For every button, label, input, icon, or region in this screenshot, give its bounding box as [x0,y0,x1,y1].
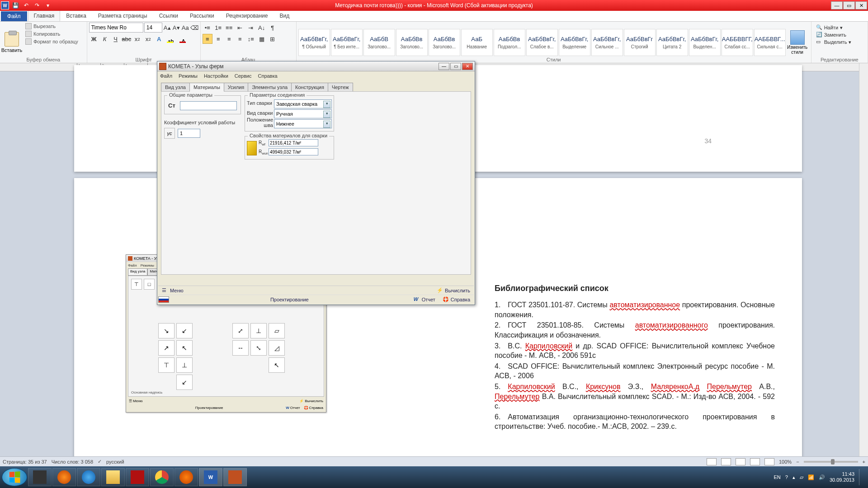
subscript-button[interactable]: x2 [132,34,142,44]
menu-button-small[interactable]: ☰ Меню [127,399,145,403]
indent-increase-button[interactable]: ⇥ [246,23,256,33]
show-marks-button[interactable]: ¶ [268,23,278,33]
document-content[interactable]: Библиографический список 1. ГОСТ 23501.1… [495,283,775,432]
change-styles-button[interactable]: Изменить стили [786,30,809,55]
qat-save-icon[interactable]: 💾 [11,1,20,9]
taskbar-ie[interactable] [77,468,100,486]
node-icon[interactable]: ↙ [176,375,193,390]
taskbar-media-player[interactable] [52,468,76,486]
format-painter-button[interactable]: Формат по образцу [24,38,80,45]
sort-button[interactable]: A↓ [257,23,267,33]
style-item[interactable]: АаБбВвЗаголово... [396,29,428,56]
style-item[interactable]: АаБбВвГг,¶ Без инте... [331,29,363,56]
status-words[interactable]: Число слов: 3 058 [52,459,93,465]
style-item[interactable]: АаБбВЗаголово... [363,29,395,56]
node-icon[interactable]: ⊥ [176,357,193,373]
bold-button[interactable]: Ж [89,34,99,44]
menu-settings[interactable]: Настройки [204,73,228,79]
node-type-button[interactable]: ⊤ [131,279,142,290]
qat-customize-icon[interactable]: ▾ [43,1,52,9]
tab-home[interactable]: Главная [28,10,61,21]
taskbar-adobe[interactable] [126,468,149,486]
zoom-slider[interactable] [804,461,858,463]
start-button[interactable] [2,468,27,486]
font-name-combo[interactable]: Times New Ro [89,23,143,33]
italic-button[interactable]: К [100,34,110,44]
tab-construction[interactable]: Конструкция [291,83,328,92]
menu-modes[interactable]: Режимы [179,73,198,79]
r-wf-field[interactable]: 21916,412 Т/м² [269,139,318,146]
minimize-button[interactable]: — [831,1,843,9]
text-effects-button[interactable]: A [154,34,164,44]
vertical-scrollbar[interactable] [859,63,868,472]
steel-field[interactable] [180,101,237,110]
underline-button[interactable]: Ч [111,34,121,44]
tab-mailings[interactable]: Рассылки [184,10,220,21]
maximize-button[interactable]: ▭ [843,1,855,9]
indent-decrease-button[interactable]: ⇤ [235,23,245,33]
kometa-minimize[interactable]: — [439,63,449,70]
help-button[interactable]: 🛟Справка [439,296,474,303]
shading-button[interactable]: ▦ [257,34,267,44]
tab-references[interactable]: Ссылки [153,10,184,21]
status-language[interactable]: русский [106,459,124,465]
tab-drawing[interactable]: Чертеж [328,83,353,92]
weld-kind-combo[interactable]: Ручная [274,109,332,118]
kometa-maximize[interactable]: ▭ [450,63,461,70]
weld-type-combo[interactable]: Заводская сварка [274,99,332,108]
clock[interactable]: 11:43 30.09.2013 [830,471,854,483]
calc-button-small[interactable]: ⚡ Вычислить [297,399,325,403]
action-center-icon[interactable]: ▱ [800,474,803,480]
proofing-icon[interactable]: ✓ [98,459,102,465]
taskbar-app-1[interactable] [28,468,52,486]
view-draft[interactable] [764,458,774,465]
tab-node-view[interactable]: Вид узла [161,83,190,92]
node-icon[interactable]: ↗ [158,340,175,356]
tab-view[interactable]: Вид [274,10,295,21]
r-wun-field[interactable]: 49949,032 Т/м² [269,148,318,155]
view-fullscreen[interactable] [721,458,731,465]
select-button[interactable]: ▭Выделить ▾ [816,39,863,45]
style-item[interactable]: АаБбВвГг,Выделение [559,29,590,56]
view-outline[interactable] [750,458,760,465]
style-item[interactable]: ААББВВГ...Сильная с... [754,29,786,56]
kometa-titlebar[interactable]: КОМЕТА - Узлы ферм — ▭ ✕ [157,61,475,71]
line-spacing-button[interactable]: ↕≡ [246,34,256,44]
menu-button[interactable]: ☰Меню [158,287,187,294]
tab-elements[interactable]: Элементы узла [248,83,292,92]
style-item[interactable]: АаБбВвГг,Цитата 2 [656,29,688,56]
taskbar-firefox[interactable] [175,468,198,486]
change-case-button[interactable]: Aa [181,23,189,33]
highlight-button[interactable]: ab [165,34,177,44]
align-justify-button[interactable]: ≡ [235,34,245,44]
shrink-font-button[interactable]: A▾ [172,23,180,33]
zoom-out[interactable]: − [796,459,799,465]
find-button[interactable]: 🔍Найти ▾ [816,24,863,31]
tab-insert[interactable]: Вставка [60,10,92,21]
volume-icon[interactable]: 🔊 [819,474,825,480]
tab-forces[interactable]: Усилия [224,83,248,92]
taskbar-word[interactable]: W [199,468,222,486]
zoom-value[interactable]: 100% [779,459,792,465]
network-icon[interactable]: 📶 [808,474,814,480]
report-button-small[interactable]: W Отчет [284,406,302,410]
menu-file[interactable]: Файл [160,73,172,79]
cut-button[interactable]: Вырезать [24,23,80,30]
node-icon[interactable]: ⊥ [250,323,267,338]
kometa-close[interactable]: ✕ [462,63,473,70]
close-button[interactable]: ✕ [855,1,867,9]
node-icon[interactable]: -- [232,340,249,356]
qat-redo-icon[interactable]: ↷ [33,1,42,9]
borders-button[interactable]: ⊞ [268,34,278,44]
styles-gallery[interactable]: АаБбВвГг,¶ ОбычныйАаБбВвГг,¶ Без инте...… [298,29,786,56]
style-item[interactable]: АаБбВвГг,Выделен... [689,29,721,56]
superscript-button[interactable]: x2 [143,34,153,44]
copy-button[interactable]: Копировать [24,30,80,38]
zoom-in[interactable]: + [863,459,865,465]
node-icon[interactable]: ▱ [269,323,285,338]
tab-materials[interactable]: Материалы [189,83,224,92]
replace-button[interactable]: 🔄Заменить [816,32,863,38]
view-web[interactable] [736,458,745,465]
taskbar-chrome[interactable] [150,468,174,486]
style-item[interactable]: АаБбВвГг,Слабое в... [526,29,558,56]
